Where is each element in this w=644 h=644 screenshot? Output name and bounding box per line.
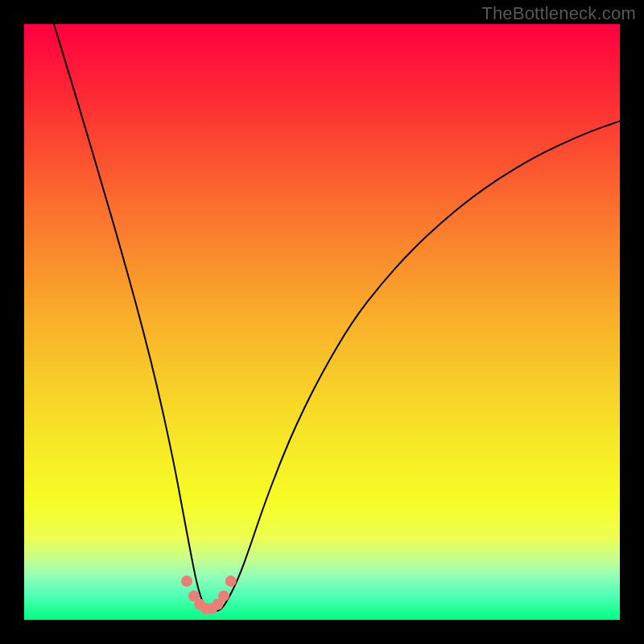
marker-dot [225,576,237,587]
plot-background [24,24,620,620]
marker-dot [181,576,192,587]
watermark-text: TheBottleneck.com [481,3,636,24]
marker-dot [218,590,229,601]
bottleneck-chart [0,0,644,644]
chart-container: TheBottleneck.com [0,0,644,644]
